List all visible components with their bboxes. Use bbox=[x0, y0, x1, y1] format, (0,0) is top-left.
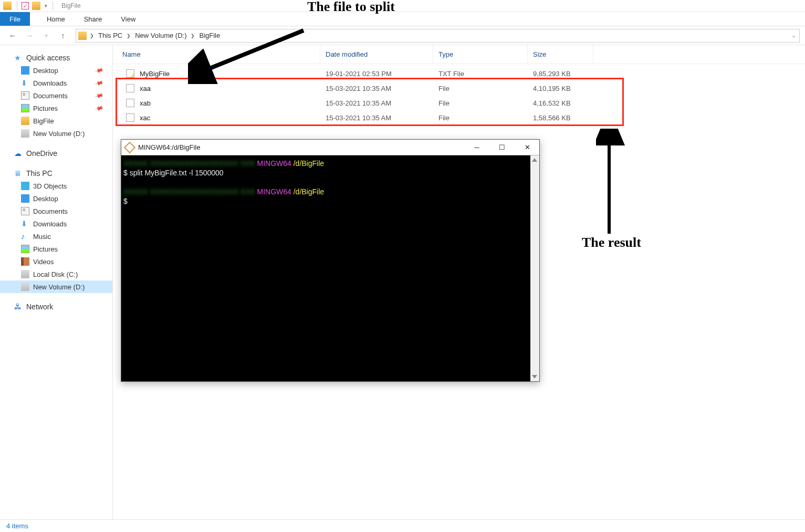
up-button[interactable]: ↑ bbox=[56, 28, 70, 43]
chevron-right-icon[interactable]: ❯ bbox=[126, 33, 132, 38]
column-headers: Name Date modified Type Size bbox=[113, 45, 805, 64]
sidebar-onedrive[interactable]: ☁ OneDrive bbox=[0, 147, 112, 160]
sidebar-quick-access[interactable]: ★ Quick access bbox=[0, 51, 112, 64]
drive-icon bbox=[21, 270, 29, 278]
sidebar-item-downloads[interactable]: ⬇Downloads bbox=[0, 217, 112, 230]
sidebar-network[interactable]: 🖧 Network bbox=[0, 300, 112, 313]
close-button[interactable]: ✕ bbox=[519, 143, 535, 151]
ribbon-tabs: File Home Share View bbox=[0, 12, 805, 26]
breadcrumb-folder[interactable]: BigFile bbox=[197, 32, 222, 39]
tab-view[interactable]: View bbox=[111, 12, 145, 26]
3d-icon bbox=[21, 182, 29, 190]
star-icon: ★ bbox=[14, 54, 23, 62]
pin-icon: 📌 bbox=[95, 103, 104, 113]
navigation-bar: ← → ▾ ↑ ❯ This PC ❯ New Volume (D:) ❯ Bi… bbox=[0, 26, 805, 45]
folder-icon bbox=[32, 2, 40, 10]
terminal-body[interactable]: XXXXX XXXXXXXXXXXXXXXXXX XXX MINGW64 /d/… bbox=[121, 155, 539, 381]
sidebar-item-local-disk-c[interactable]: Local Disk (C:) bbox=[0, 268, 112, 280]
tab-share[interactable]: Share bbox=[75, 12, 112, 26]
file-size: 4,10,195 KB bbox=[528, 85, 593, 92]
sidebar-item-downloads[interactable]: ⬇Downloads📌 bbox=[0, 77, 112, 89]
file-icon bbox=[126, 69, 134, 78]
file-row[interactable]: xaa15-03-2021 10:35 AMFile4,10,195 KB bbox=[113, 81, 805, 96]
address-bar[interactable]: ❯ This PC ❯ New Volume (D:) ❯ BigFile ⌄ bbox=[76, 29, 800, 43]
sidebar-item-volume-d[interactable]: New Volume (D:) bbox=[0, 280, 112, 293]
desktop-icon bbox=[21, 66, 29, 75]
file-date: 15-03-2021 10:35 AM bbox=[320, 99, 433, 107]
network-icon: 🖧 bbox=[14, 302, 23, 311]
file-date: 15-03-2021 10:35 AM bbox=[320, 85, 433, 92]
minimize-button[interactable]: ─ bbox=[469, 143, 485, 151]
download-icon: ⬇ bbox=[21, 79, 29, 87]
file-date: 15-03-2021 10:35 AM bbox=[320, 114, 433, 122]
file-size: 9,85,293 KB bbox=[528, 70, 593, 78]
drive-icon bbox=[21, 283, 29, 291]
tab-file[interactable]: File bbox=[0, 12, 30, 26]
pictures-icon bbox=[21, 245, 29, 253]
separator bbox=[17, 2, 17, 10]
window-title: BigFile bbox=[61, 2, 81, 9]
file-name: xac bbox=[140, 114, 150, 122]
history-dropdown[interactable]: ▾ bbox=[39, 28, 54, 43]
videos-icon bbox=[21, 257, 29, 266]
column-type[interactable]: Type bbox=[433, 45, 528, 64]
status-bar: 4 items bbox=[0, 519, 805, 532]
maximize-button[interactable]: ☐ bbox=[494, 143, 510, 151]
sidebar-label: Quick access bbox=[26, 54, 70, 62]
tab-home[interactable]: Home bbox=[37, 12, 75, 26]
sidebar-item-documents[interactable]: Documents📌 bbox=[0, 89, 112, 102]
sidebar-item-desktop[interactable]: Desktop📌 bbox=[0, 64, 112, 77]
file-list: MyBigFile19-01-2021 02:53 PMTXT File9,85… bbox=[113, 64, 805, 127]
sidebar-item-music[interactable]: ♪Music bbox=[0, 230, 112, 243]
breadcrumb-volume[interactable]: New Volume (D:) bbox=[133, 32, 189, 39]
file-icon bbox=[126, 99, 134, 107]
pin-icon: 📌 bbox=[95, 91, 104, 100]
pin-icon: 📌 bbox=[95, 78, 104, 88]
separator bbox=[53, 2, 53, 10]
sidebar-item-pictures[interactable]: Pictures📌 bbox=[0, 102, 112, 114]
navigation-pane: ★ Quick access Desktop📌 ⬇Downloads📌 Docu… bbox=[0, 45, 113, 519]
pin-icon: 📌 bbox=[95, 66, 104, 75]
file-date: 19-01-2021 02:53 PM bbox=[320, 70, 433, 78]
sidebar-item-bigfile[interactable]: BigFile bbox=[0, 114, 112, 127]
sidebar-item-pictures[interactable]: Pictures bbox=[0, 243, 112, 255]
terminal-titlebar[interactable]: MINGW64:/d/BigFile ─ ☐ ✕ bbox=[121, 140, 539, 155]
status-item-count: 4 items bbox=[6, 522, 28, 530]
back-button[interactable]: ← bbox=[5, 28, 20, 43]
folder-icon bbox=[21, 117, 29, 125]
sidebar-item-documents[interactable]: Documents bbox=[0, 205, 112, 217]
qat-checkbox-icon[interactable]: ✓ bbox=[22, 2, 29, 9]
file-row[interactable]: xac15-03-2021 10:35 AMFile1,58,566 KB bbox=[113, 110, 805, 125]
pictures-icon bbox=[21, 104, 29, 112]
chevron-right-icon[interactable]: ❯ bbox=[89, 33, 95, 38]
pc-icon: 🖥 bbox=[14, 169, 23, 178]
forward-button[interactable]: → bbox=[22, 28, 37, 43]
file-size: 1,58,566 KB bbox=[528, 114, 593, 122]
chevron-right-icon[interactable]: ❯ bbox=[190, 33, 196, 38]
drive-icon bbox=[21, 129, 29, 138]
breadcrumb-this-pc[interactable]: This PC bbox=[96, 32, 124, 39]
file-name: xaa bbox=[140, 85, 151, 92]
file-icon bbox=[126, 113, 134, 122]
documents-icon bbox=[21, 91, 29, 100]
window-titlebar: ✓ ▾ BigFile bbox=[0, 0, 805, 12]
sidebar-item-3d-objects[interactable]: 3D Objects bbox=[0, 180, 112, 192]
address-dropdown-icon[interactable]: ⌄ bbox=[790, 32, 797, 39]
sidebar-item-videos[interactable]: Videos bbox=[0, 255, 112, 268]
file-type: File bbox=[433, 114, 528, 122]
file-row[interactable]: MyBigFile19-01-2021 02:53 PMTXT File9,85… bbox=[113, 66, 805, 81]
file-row[interactable]: xab15-03-2021 10:35 AMFile4,16,532 KB bbox=[113, 96, 805, 110]
file-type: File bbox=[433, 85, 528, 92]
qat-dropdown-icon[interactable]: ▾ bbox=[45, 3, 47, 8]
sidebar-item-volume-d[interactable]: New Volume (D:) bbox=[0, 127, 112, 140]
terminal-title: MINGW64:/d/BigFile bbox=[138, 143, 200, 151]
terminal-window: MINGW64:/d/BigFile ─ ☐ ✕ XXXXX XXXXXXXXX… bbox=[121, 139, 540, 382]
column-size[interactable]: Size bbox=[528, 45, 593, 64]
sidebar-item-desktop[interactable]: Desktop bbox=[0, 192, 112, 205]
terminal-scrollbar[interactable] bbox=[530, 155, 539, 381]
desktop-icon bbox=[21, 194, 29, 203]
column-date[interactable]: Date modified bbox=[320, 45, 433, 64]
sidebar-this-pc[interactable]: 🖥 This PC bbox=[0, 167, 112, 180]
download-icon: ⬇ bbox=[21, 220, 29, 228]
column-name[interactable]: Name bbox=[113, 45, 320, 64]
